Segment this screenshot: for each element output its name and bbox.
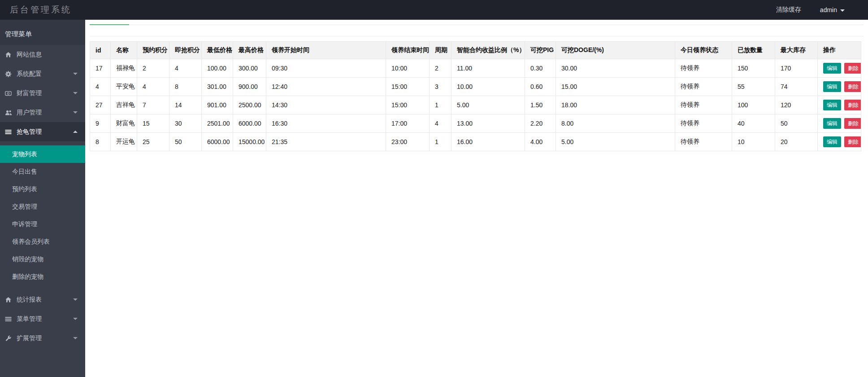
chevron-down-icon: [73, 92, 78, 94]
edit-button[interactable]: 编辑: [823, 118, 841, 129]
sidebar-subitem-trade-management[interactable]: 交易管理: [0, 198, 85, 215]
sidebar-item-statistics-reports[interactable]: 统计报表: [0, 290, 85, 309]
delete-button[interactable]: 删除: [844, 100, 861, 110]
delete-button[interactable]: 删除: [844, 136, 861, 147]
sidebar-item-label: 统计报表: [17, 296, 42, 304]
cell-placed-qty: 40: [732, 114, 775, 133]
sidebar-subitem-pet-list[interactable]: 宠物列表: [0, 145, 85, 163]
cell-reserve-points: 7: [137, 96, 169, 114]
chevron-up-icon: [73, 131, 78, 133]
cell-actions: 编辑删除: [818, 96, 861, 114]
sidebar-item-label: 财富管理: [17, 89, 42, 97]
menu-list-icon: [5, 316, 13, 322]
cell-min-price: 6000.00: [202, 133, 233, 151]
column-header-id: id: [90, 42, 111, 59]
cell-actions: 编辑删除: [818, 133, 861, 151]
cell-adopt-end-time: 15:00: [386, 96, 430, 114]
table-row: 8开运龟25506000.0015000.0021:3523:00116.004…: [90, 133, 861, 151]
sidebar-item-wealth-management[interactable]: 财富管理: [0, 83, 85, 103]
cell-contract-yield-percent-day: 5.00: [451, 96, 525, 114]
chevron-down-icon: [73, 73, 78, 75]
cell-minable-doge: 5.00: [556, 133, 675, 151]
delete-button[interactable]: 删除: [844, 63, 861, 74]
cell-cycle: 4: [430, 114, 451, 133]
sidebar-item-site-info[interactable]: 网站信息: [0, 45, 85, 64]
cell-min-price: 301.00: [202, 78, 233, 96]
cell-id: 9: [90, 114, 111, 133]
cell-contract-yield-percent-day: 11.00: [451, 59, 525, 78]
sidebar-item-label: 网站信息: [17, 51, 42, 59]
money-icon: [5, 90, 13, 96]
cell-max-stock: 170: [775, 59, 818, 78]
cell-max-price: 300.00: [233, 59, 266, 78]
table-header-row: id名称预约积分即抢积分最低价格最高价格领养开始时间领养结束时间周期智能合约收益…: [90, 42, 861, 59]
cell-max-price: 6000.00: [233, 114, 266, 133]
sidebar-subitem-reservation-list[interactable]: 预约列表: [0, 180, 85, 198]
cell-minable-pig: 1.50: [525, 96, 556, 114]
cell-contract-yield-percent-day: 10.00: [451, 78, 525, 96]
cell-name: 财富龟: [111, 114, 137, 133]
cell-max-stock: 50: [775, 114, 818, 133]
cell-reserve-points: 15: [137, 114, 169, 133]
cell-reserve-points: 25: [137, 133, 169, 151]
sidebar-subitem-destroyed-pets[interactable]: 销毁的宠物: [0, 250, 85, 268]
cell-adopt-start-time: 21:35: [266, 133, 386, 151]
column-header-name: 名称: [111, 42, 137, 59]
chevron-down-icon: [73, 318, 78, 320]
cell-id: 4: [90, 78, 111, 96]
cell-cycle: 1: [430, 96, 451, 114]
user-menu[interactable]: admin: [820, 6, 845, 13]
sidebar-subitem-adopter-member-list[interactable]: 领养会员列表: [0, 233, 85, 250]
cell-minable-pig: 2.20: [525, 114, 556, 133]
edit-button[interactable]: 编辑: [823, 100, 841, 110]
cell-today-adopt-status: 待领养: [675, 96, 732, 114]
chevron-down-icon: [840, 9, 845, 12]
home-icon: [5, 296, 13, 303]
sidebar-item-menu-management[interactable]: 菜单管理: [0, 309, 85, 329]
cell-actions: 编辑删除: [818, 59, 861, 78]
sidebar-item-turtle-management[interactable]: 抢龟管理: [0, 122, 85, 141]
sidebar-menu: 网站信息系统配置财富管理用户管理抢龟管理宠物列表今日出售预约列表交易管理申诉管理…: [0, 45, 85, 348]
column-header-placed-qty: 已放数量: [732, 42, 775, 59]
cell-cycle: 1: [430, 133, 451, 151]
cell-actions: 编辑删除: [818, 78, 861, 96]
column-header-max-stock: 最大库存: [775, 42, 818, 59]
cell-id: 17: [90, 59, 111, 78]
edit-button[interactable]: 编辑: [823, 81, 841, 92]
sidebar-item-label: 系统配置: [17, 70, 42, 78]
sidebar-subitem-deleted-pets[interactable]: 删除的宠物: [0, 268, 85, 285]
column-header-adopt-end-time: 领养结束时间: [386, 42, 430, 59]
delete-button[interactable]: 删除: [844, 118, 861, 129]
clear-cache-button[interactable]: 清除缓存: [776, 6, 801, 14]
main-content: 抢购列表仓库列表添加 id名称预约积分即抢积分最低价格最高价格领养开始时间领养结…: [85, 7, 868, 151]
chevron-down-icon: [73, 337, 78, 339]
divider: [90, 36, 864, 36]
cell-id: 27: [90, 96, 111, 114]
pets-table: id名称预约积分即抢积分最低价格最高价格领养开始时间领养结束时间周期智能合约收益…: [90, 41, 861, 151]
sidebar: 管理菜单 网站信息系统配置财富管理用户管理抢龟管理宠物列表今日出售预约列表交易管…: [0, 20, 85, 377]
cell-contract-yield-percent-day: 16.00: [451, 133, 525, 151]
sidebar-item-system-config[interactable]: 系统配置: [0, 64, 85, 83]
sidebar-subitem-complaint-management[interactable]: 申诉管理: [0, 215, 85, 233]
cell-name: 开运龟: [111, 133, 137, 151]
sidebar-item-extension-management[interactable]: 扩展管理: [0, 329, 85, 348]
sidebar-subitem-today-sales[interactable]: 今日出售: [0, 163, 85, 180]
delete-button[interactable]: 删除: [844, 81, 861, 92]
column-header-min-price: 最低价格: [202, 42, 233, 59]
sidebar-item-label: 抢龟管理: [17, 128, 42, 136]
cell-minable-pig: 0.60: [525, 78, 556, 96]
table-row: 4平安龟48301.00900.0012:4015:00310.000.6015…: [90, 78, 861, 96]
table-wrap: id名称预约积分即抢积分最低价格最高价格领养开始时间领养结束时间周期智能合约收益…: [90, 41, 864, 151]
topbar-right: 清除缓存 admin: [776, 6, 868, 14]
cell-adopt-end-time: 15:00: [386, 78, 430, 96]
edit-button[interactable]: 编辑: [823, 63, 841, 74]
cell-minable-doge: 18.00: [556, 96, 675, 114]
sidebar-item-user-management[interactable]: 用户管理: [0, 103, 85, 122]
cell-grab-points: 50: [169, 133, 202, 151]
cell-minable-pig: 0.30: [525, 59, 556, 78]
column-header-minable-pig: 可挖PIG: [525, 42, 556, 59]
column-header-grab-points: 即抢积分: [169, 42, 202, 59]
column-header-adopt-start-time: 领养开始时间: [266, 42, 386, 59]
column-header-today-adopt-status: 今日领养状态: [675, 42, 732, 59]
edit-button[interactable]: 编辑: [823, 136, 841, 147]
